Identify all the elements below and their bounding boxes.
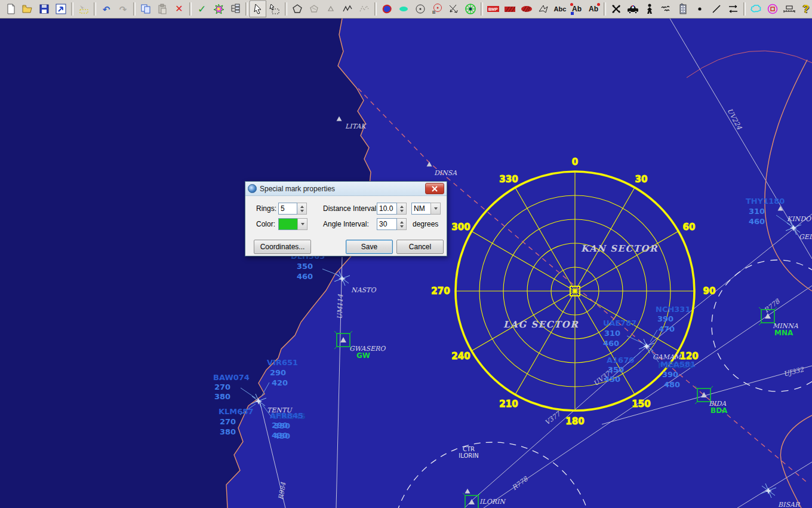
- svg-text:330: 330: [499, 174, 518, 185]
- marquee-select-icon[interactable]: [266, 1, 283, 17]
- radar-map[interactable]: 0 30 60 90 120 150 180 210 240 270 300 3…: [0, 19, 812, 508]
- station-code-bda: BDA: [710, 406, 728, 415]
- double-arrow-icon[interactable]: [725, 1, 742, 17]
- area-blob-icon[interactable]: [379, 1, 395, 17]
- map-canvas[interactable]: 0 30 60 90 120 150 180 210 240 270 300 3…: [0, 19, 812, 508]
- delete-icon[interactable]: ✕: [171, 1, 187, 17]
- tree-view-icon[interactable]: [227, 1, 244, 17]
- cancel-button[interactable]: Cancel: [396, 240, 444, 254]
- export-view-icon[interactable]: [53, 1, 69, 17]
- svg-text:460: 460: [297, 272, 313, 281]
- open-folder-icon[interactable]: [19, 1, 36, 17]
- svg-text:BAW074: BAW074: [213, 373, 250, 382]
- svg-text:350: 350: [608, 365, 624, 374]
- paste-icon[interactable]: [154, 1, 171, 17]
- svg-text:420: 420: [272, 378, 288, 387]
- arrow-shape-icon[interactable]: [535, 1, 552, 17]
- ellipse-icon[interactable]: [395, 1, 412, 17]
- restricted-zone-icon[interactable]: [764, 1, 781, 17]
- svg-text:180: 180: [565, 416, 584, 427]
- ctr-label-line2: ILORIN: [459, 452, 478, 459]
- svg-text:350: 350: [297, 262, 313, 271]
- new-file-icon[interactable]: [2, 1, 19, 17]
- distance-spinner[interactable]: [397, 203, 407, 215]
- sector-label-lag: LAG SECTOR: [503, 319, 579, 330]
- weather-cloud-icon[interactable]: [748, 1, 764, 17]
- rings-spinner[interactable]: [297, 203, 307, 215]
- polyline-dashed-icon[interactable]: [356, 1, 373, 17]
- svg-text:NCH331: NCH331: [656, 305, 690, 314]
- polygon-icon[interactable]: [289, 1, 306, 17]
- save-icon[interactable]: [36, 1, 53, 17]
- copy-icon[interactable]: [137, 1, 154, 17]
- rings-input[interactable]: [278, 203, 297, 215]
- svg-text:MEA581: MEA581: [660, 360, 696, 369]
- building-icon[interactable]: [675, 1, 691, 17]
- rubber-band-icon[interactable]: [75, 1, 92, 17]
- bitmap-icon[interactable]: BMP: [485, 1, 502, 17]
- birds-icon[interactable]: [658, 1, 675, 17]
- distance-interval-label: Distance Interval:: [323, 203, 379, 215]
- save-button[interactable]: Save: [346, 240, 393, 254]
- distance-unit-dropdown[interactable]: [430, 203, 441, 215]
- pointer-icon[interactable]: [250, 1, 266, 17]
- polygon-open-icon[interactable]: [306, 1, 322, 17]
- circle-marker-icon[interactable]: [412, 1, 429, 17]
- svg-text:290: 290: [272, 421, 288, 430]
- angle-interval-input[interactable]: [377, 218, 397, 230]
- svg-text:A1670: A1670: [607, 356, 634, 365]
- waypoint-label-kindo: KINDO: [787, 215, 811, 223]
- text-label-icon[interactable]: Ab: [568, 1, 585, 17]
- svg-text:390: 390: [657, 314, 673, 323]
- angle-interval-label: Angle Interval:: [323, 218, 369, 230]
- angle-spinner[interactable]: [397, 218, 407, 230]
- svg-text:B: B: [432, 10, 435, 15]
- redo-icon[interactable]: ↷: [115, 1, 131, 17]
- svg-text:BMP: BMP: [488, 7, 498, 11]
- color-label: Color:: [256, 218, 275, 230]
- symbol-palette-icon[interactable]: [210, 1, 227, 17]
- svg-text:210: 210: [499, 399, 518, 409]
- police-car-icon[interactable]: [625, 1, 641, 17]
- waypoint-label-ged: GED: [799, 233, 812, 241]
- hatched-ellipse-icon[interactable]: [518, 1, 535, 17]
- svg-text:380: 380: [214, 392, 230, 401]
- point-icon[interactable]: [691, 1, 708, 17]
- station-code-mna: MNA: [774, 329, 793, 337]
- svg-text:460: 460: [603, 339, 619, 348]
- svg-text:150: 150: [632, 399, 650, 409]
- angle-unit-label: degrees: [413, 218, 438, 230]
- svg-text:300: 300: [451, 222, 470, 232]
- person-icon[interactable]: [641, 1, 658, 17]
- undo-icon[interactable]: ↶: [98, 1, 115, 17]
- svg-text:240: 240: [451, 351, 470, 362]
- text-point-icon[interactable]: Ab: [585, 1, 602, 17]
- ruler-icon[interactable]: [781, 1, 798, 17]
- svg-text:60: 60: [683, 222, 696, 232]
- beacon-icon[interactable]: B: [429, 1, 445, 17]
- validate-icon[interactable]: ✓: [193, 1, 210, 17]
- svg-text:390: 390: [662, 370, 678, 379]
- line-icon[interactable]: [708, 1, 725, 17]
- svg-text:470: 470: [659, 325, 675, 333]
- polyline-icon[interactable]: [339, 1, 356, 17]
- triangle-icon[interactable]: [322, 1, 339, 17]
- runway-axis-icon[interactable]: [445, 1, 462, 17]
- dialog-close-button[interactable]: [425, 183, 444, 194]
- close-icon: [432, 186, 438, 192]
- color-dropdown[interactable]: [297, 218, 307, 230]
- main-toolbar: ↶ ↷ ✕ ✓ B BMP Abc Ab Ab: [0, 0, 812, 19]
- svg-text:380: 380: [220, 427, 236, 436]
- dialog-title-bar[interactable]: Special mark properties: [245, 182, 447, 196]
- color-swatch[interactable]: [278, 218, 298, 230]
- waypoint-label-litak: LITAK: [345, 123, 367, 130]
- svg-text:290: 290: [270, 368, 286, 377]
- help-icon[interactable]: ?: [798, 1, 812, 17]
- text-abc-icon[interactable]: Abc: [552, 1, 568, 17]
- coordinates-button[interactable]: Coordinates...: [254, 240, 311, 254]
- hatched-rect-icon[interactable]: [502, 1, 518, 17]
- special-mark-icon[interactable]: [462, 1, 479, 17]
- crash-mark-icon[interactable]: [608, 1, 625, 17]
- distance-interval-input[interactable]: [377, 203, 397, 215]
- sector-label-kan: KAN SECTOR: [581, 243, 658, 254]
